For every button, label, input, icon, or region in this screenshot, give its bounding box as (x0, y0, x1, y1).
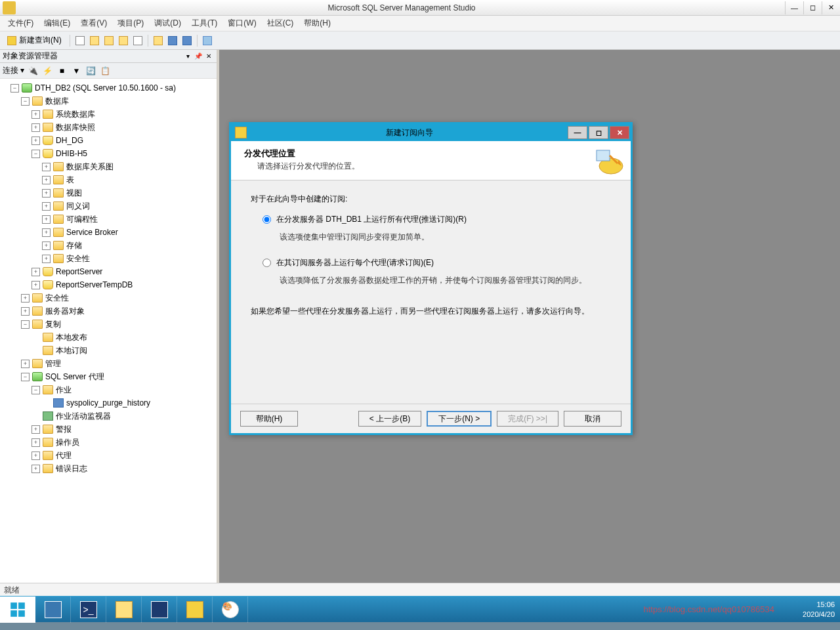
tree-servicebroker[interactable]: +Service Broker (0, 226, 217, 239)
tree-errorlogs[interactable]: +错误日志 (0, 462, 217, 475)
agent-icon (32, 372, 43, 381)
tree-activity-monitor[interactable]: 作业活动监视器 (0, 410, 217, 423)
toolbar-icon[interactable] (131, 34, 144, 47)
open-icon[interactable] (152, 34, 165, 47)
dropdown-icon[interactable]: ▾ (182, 51, 193, 62)
menu-file[interactable]: 文件(F) (3, 16, 39, 30)
report-icon[interactable]: 📋 (99, 65, 111, 77)
tree-agent[interactable]: −SQL Server 代理 (0, 370, 217, 383)
tree-view[interactable]: −DTH_DB2 (SQL Server 10.50.1600 - sa) −数… (0, 79, 217, 583)
save-all-icon[interactable] (180, 34, 194, 47)
menu-help[interactable]: 帮助(H) (299, 16, 336, 30)
save-icon[interactable] (166, 34, 179, 47)
menu-debug[interactable]: 调试(D) (149, 16, 186, 30)
taskbar-server-manager[interactable] (35, 597, 71, 623)
dialog-maximize-button[interactable]: ◻ (589, 126, 608, 139)
folder-icon (53, 175, 64, 184)
tree-db-dhdg[interactable]: +DH_DG (0, 134, 217, 147)
taskbar-paint[interactable]: 🎨 (213, 597, 248, 623)
radio-pull[interactable] (262, 259, 271, 267)
dialog-minimize-button[interactable]: — (568, 126, 587, 139)
title-bar: Microsoft SQL Server Management Studio —… (0, 0, 840, 16)
tree-dbsecurity[interactable]: +安全性 (0, 252, 217, 265)
taskbar-app[interactable] (142, 597, 177, 623)
toolbar-icon[interactable] (102, 34, 116, 47)
filter-icon[interactable]: ▼ (70, 65, 82, 77)
tree-localpub[interactable]: 本地发布 (0, 331, 217, 344)
folder-icon (32, 306, 43, 316)
tree-serverobjects[interactable]: +服务器对象 (0, 304, 217, 318)
cancel-button[interactable]: 取消 (564, 411, 621, 427)
tree-security[interactable]: +安全性 (0, 291, 217, 304)
option-pull-subscription[interactable]: 在其订阅服务器上运行每个代理(请求订阅)(E) (262, 257, 611, 268)
new-query-button[interactable]: 新建查询(N) (3, 33, 66, 48)
tree-server-node[interactable]: −DTH_DB2 (SQL Server 10.50.1600 - sa) (0, 81, 217, 94)
folder-icon (53, 254, 64, 263)
folder-icon (43, 333, 53, 342)
toolbar-icon[interactable] (88, 34, 101, 47)
close-button[interactable]: ✕ (822, 1, 840, 14)
new-query-icon (7, 36, 16, 45)
back-button[interactable]: < 上一步(B) (358, 411, 421, 427)
radio-push[interactable] (262, 215, 271, 224)
disconnect-icon[interactable]: ⚡ (41, 65, 53, 77)
taskbar-ssms[interactable] (177, 597, 213, 623)
help-button[interactable]: 帮助(H) (240, 411, 298, 427)
tree-replication[interactable]: −复制 (0, 318, 217, 331)
minimize-button[interactable]: — (785, 1, 803, 14)
menu-edit[interactable]: 编辑(E) (39, 16, 75, 30)
menu-view[interactable]: 查看(V) (75, 16, 112, 30)
taskbar: >_ 🎨 https://blog.csdn.net/qq010786534 1… (0, 596, 840, 622)
stop-icon[interactable]: ■ (56, 65, 68, 77)
object-explorer: 对象资源管理器 ▾ 📌 ✕ 连接 ▾ 🔌 ⚡ ■ ▼ 🔄 📋 −DTH_DB2 … (0, 50, 219, 583)
connect-button[interactable]: 连接 ▾ (3, 65, 24, 76)
tree-jobs[interactable]: −作业 (0, 383, 217, 396)
tree-job-item[interactable]: syspolicy_purge_history (0, 396, 217, 410)
dialog-title-bar[interactable]: 新建订阅向导 — ◻ ✕ (231, 124, 631, 141)
tree-db-dhibh5[interactable]: −DHIB-H5 (0, 147, 217, 160)
menu-window[interactable]: 窗口(W) (222, 16, 261, 30)
close-panel-icon[interactable]: ✕ (203, 51, 214, 62)
new-query-label: 新建查询(N) (19, 35, 62, 46)
start-button[interactable] (0, 597, 35, 623)
toolbar-icon[interactable] (74, 34, 87, 47)
tree-programmability[interactable]: +可编程性 (0, 213, 217, 226)
next-button[interactable]: 下一步(N) > (427, 411, 492, 427)
dialog-title: 新建订阅向导 (251, 127, 568, 138)
connect-icon[interactable]: 🔌 (27, 65, 39, 77)
tree-synonyms[interactable]: +同义词 (0, 200, 217, 213)
tree-snapshots[interactable]: +数据库快照 (0, 121, 217, 134)
option-push-subscription[interactable]: 在分发服务器 DTH_DB1 上运行所有代理(推送订阅)(R) (262, 214, 611, 225)
tree-management[interactable]: +管理 (0, 357, 217, 370)
tree-sysdb[interactable]: +系统数据库 (0, 108, 217, 121)
window-title: Microsoft SQL Server Management Studio (18, 3, 785, 12)
explorer-toolbar: 连接 ▾ 🔌 ⚡ ■ ▼ 🔄 📋 (0, 63, 217, 79)
menu-tools[interactable]: 工具(T) (186, 16, 222, 30)
tree-databases[interactable]: −数据库 (0, 94, 217, 108)
taskbar-explorer[interactable] (106, 597, 142, 623)
folder-icon (53, 228, 64, 237)
folder-icon (53, 162, 64, 171)
tree-storage[interactable]: +存储 (0, 239, 217, 252)
maximize-button[interactable]: ◻ (803, 1, 822, 14)
menu-project[interactable]: 项目(P) (112, 16, 149, 30)
tree-tables[interactable]: +表 (0, 173, 217, 186)
tree-views[interactable]: +视图 (0, 186, 217, 200)
dialog-close-button[interactable]: ✕ (610, 126, 629, 139)
tree-alerts[interactable]: +警报 (0, 423, 217, 436)
tree-diagrams[interactable]: +数据库关系图 (0, 160, 217, 173)
taskbar-clock[interactable]: 15:06 2020/4/20 (803, 600, 835, 619)
folder-icon (43, 438, 53, 447)
menu-bar: 文件(F) 编辑(E) 查看(V) 项目(P) 调试(D) 工具(T) 窗口(W… (0, 16, 840, 32)
refresh-icon[interactable]: 🔄 (85, 65, 96, 77)
tree-localsub[interactable]: 本地订阅 (0, 344, 217, 357)
tree-operators[interactable]: +操作员 (0, 436, 217, 449)
tree-proxies[interactable]: +代理 (0, 449, 217, 462)
toolbar-icon[interactable] (117, 34, 130, 47)
activity-monitor-icon[interactable] (201, 34, 214, 47)
pin-icon[interactable]: 📌 (193, 51, 203, 62)
menu-community[interactable]: 社区(C) (262, 16, 299, 30)
tree-reportserver[interactable]: +ReportServer (0, 265, 217, 278)
taskbar-powershell[interactable]: >_ (71, 597, 106, 623)
tree-reportservertemp[interactable]: +ReportServerTempDB (0, 278, 217, 291)
